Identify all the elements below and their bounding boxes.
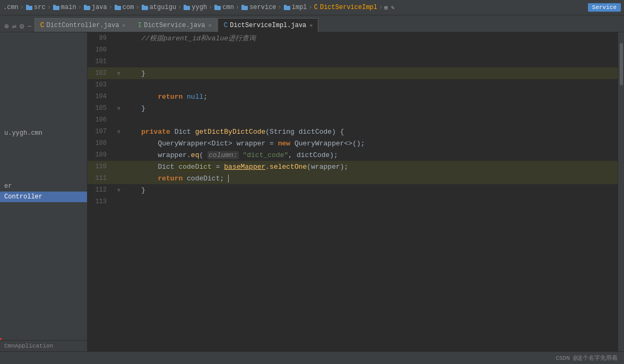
code-text: } [123,186,618,194]
gutter-fold[interactable]: ▽ [115,106,123,111]
gutter-fold[interactable]: ▽ [115,187,123,193]
line-number: 107 [88,128,115,135]
code-content: 99 //根据parent_id和value进行查询 100 101 102 ▽ [88,32,618,351]
breadcrumb-main[interactable]: main [53,4,76,11]
line-number: 104 [88,93,115,100]
breadcrumb-bar: .cmn › src › main › java › com › atguigu… [0,0,624,15]
sidebar-label-er: er [4,183,12,190]
gutter-fold[interactable]: ▽ [115,71,123,76]
breadcrumb-label: .cmn [3,4,19,11]
svg-rect-1 [26,5,29,6]
scrollbar-area[interactable] [618,32,624,351]
line-number: 110 [88,163,115,170]
line-number: 113 [88,198,115,205]
svg-rect-6 [115,6,121,10]
sidebar: u.yygh.cmn er Controller CmnApplication [0,32,88,351]
sidebar-item-controller[interactable]: Controller [0,192,87,202]
sidebar-label: u.yygh.cmn [4,129,42,137]
line-number: 101 [88,58,115,65]
svg-rect-7 [115,5,117,6]
code-text: return codeDict; [123,175,618,183]
tab-dictservice[interactable]: I DictService.java ✕ [132,18,217,32]
breadcrumb-impl[interactable]: impl [283,4,307,11]
folder-icon-com [114,4,122,11]
tab-close[interactable]: ✕ [208,22,211,29]
folder-icon [25,4,33,11]
tab-dot-green: I [137,21,142,29]
svg-rect-15 [241,5,244,6]
status-right: CSDN @这个名字先用着 [556,354,618,362]
code-text: wrapper.eq( column: "dict_code", dictCod… [123,151,618,159]
code-line-108: 108 QueryWrapper<Dict> wrapper = new Que… [88,137,618,149]
code-line-101: 101 [88,56,618,67]
tab-dot-orange: C [40,21,45,29]
breadcrumb-icons: ⊞ ✎ [384,4,394,11]
code-text [123,198,618,206]
svg-rect-4 [84,6,90,10]
line-number: 111 [88,175,115,182]
code-text: QueryWrapper<Dict> wrapper = new QueryWr… [123,140,618,148]
main-area: u.yygh.cmn er Controller CmnApplication … [0,32,624,351]
folder-icon-main [53,4,60,11]
scrollbar-thumb[interactable] [620,43,623,85]
tab-close[interactable]: ✕ [122,22,125,29]
svg-rect-5 [84,5,86,6]
breadcrumb-com[interactable]: com [114,4,134,11]
folder-icon-cmn2 [214,4,221,11]
code-line-100: 100 [88,44,618,56]
svg-rect-3 [53,5,56,6]
breadcrumb-yygh[interactable]: yygh [183,4,207,11]
tab-dot-blue: C [223,21,228,29]
new-tab-icon[interactable]: ⊕ [4,22,8,31]
breadcrumb-cmn2[interactable]: cmn [214,4,234,11]
gutter-fold[interactable]: ▽ [115,129,123,135]
code-line-107: 107 ▽ private Dict getDictByDictCode(Str… [88,126,618,137]
code-line-109: 109 wrapper.eq( column: "dict_code", dic… [88,149,618,161]
breadcrumb-dictserviceimpl[interactable]: C DictServiceImpl [314,4,377,11]
svg-rect-9 [142,5,144,6]
minimize-icon[interactable]: − [27,22,31,31]
sidebar-item-er[interactable]: er [0,181,87,192]
breadcrumb-java[interactable]: java [83,4,107,11]
tab-label: DictService.java [144,22,205,29]
tab-bar: ⊕ ⇌ ⚙ − C DictController.java ✕ I DictSe… [0,15,624,32]
code-text [123,46,618,54]
settings-icon[interactable]: ⚙ [20,22,24,31]
code-line-106: 106 [88,114,618,126]
code-editor[interactable]: 99 //根据parent_id和value进行查询 100 101 102 ▽ [88,32,618,351]
tab-dictcontroller[interactable]: C DictController.java ✕ [34,18,132,32]
code-line-105: 105 ▽ } [88,102,618,114]
svg-rect-10 [184,6,190,10]
breadcrumb-src[interactable]: src [25,4,46,11]
tab-label: DictController.java [47,22,119,29]
breadcrumb-cmn[interactable]: .cmn [3,4,19,11]
code-line-99: 99 //根据parent_id和value进行查询 [88,32,618,44]
svg-rect-17 [284,5,287,6]
code-line-111: 111 return codeDict; [88,172,618,184]
svg-rect-11 [184,5,186,6]
svg-rect-2 [53,6,59,10]
svg-rect-12 [214,6,221,10]
code-line-104: 104 return null; [88,91,618,102]
line-number: 105 [88,105,115,112]
folder-icon-impl [283,4,291,11]
code-text: //根据parent_id和value进行查询 [123,33,618,43]
svg-rect-16 [284,6,290,10]
code-line-112: 112 ▽ } [88,184,618,196]
folder-icon-service [241,4,248,11]
svg-rect-0 [26,6,32,10]
sidebar-item-yygh[interactable]: u.yygh.cmn [0,128,87,138]
breadcrumb-service[interactable]: service [241,4,276,11]
breadcrumb-atguigu[interactable]: atguigu [141,4,176,11]
line-number: 112 [88,186,115,194]
folder-icon-atguigu [141,4,149,11]
code-text: } [123,70,618,77]
line-number: 108 [88,140,115,147]
line-number: 99 [88,34,115,42]
code-line-102: 102 ▽ } [88,67,618,79]
tab-dictserviceimpl[interactable]: C DictServiceImpl.java ✕ [218,18,318,32]
tab-close[interactable]: ✕ [309,22,313,29]
split-icon[interactable]: ⇌ [12,22,16,31]
sidebar-bottom: CmnApplication [0,340,87,351]
code-text: private Dict getDictByDictCode(String di… [123,128,618,136]
